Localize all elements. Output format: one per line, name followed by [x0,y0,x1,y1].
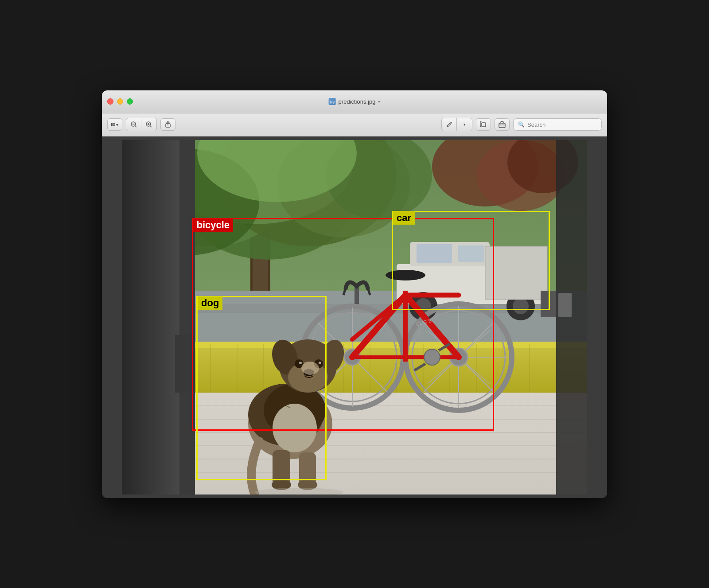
svg-rect-1 [113,123,115,124]
svg-point-95 [386,270,425,280]
svg-rect-13 [482,123,486,127]
titlebar: jpg predictions.jpg ▾ [102,90,607,113]
traffic-lights [107,98,133,105]
svg-rect-14 [499,123,505,128]
close-button[interactable] [107,98,113,105]
svg-rect-68 [485,246,547,300]
zoom-in-button[interactable] [141,118,156,131]
svg-rect-41 [191,342,587,348]
svg-line-10 [150,126,152,127]
briefcase-icon [499,121,506,128]
pencil-icon [446,121,452,128]
scene-image: CMG B [122,140,587,495]
image-wrapper: CMG B [122,140,587,495]
svg-rect-57 [179,140,195,495]
window-title: predictions.jpg [339,98,376,105]
svg-point-67 [513,298,529,314]
tools-button[interactable] [495,118,510,131]
svg-point-114 [319,362,321,364]
sidebar-chevron-icon: ▾ [116,122,118,127]
zoom-out-icon [131,121,137,128]
svg-point-113 [299,362,302,364]
svg-rect-40 [191,344,587,393]
svg-line-6 [135,126,136,127]
toolbar: ▾ [102,113,607,136]
sidebar-icon [111,121,115,128]
svg-rect-69 [541,291,556,317]
svg-point-106 [273,404,317,452]
sidebar-toggle-button[interactable]: ▾ [107,118,122,131]
share-icon [164,121,171,128]
main-window: jpg predictions.jpg ▾ ▾ [102,90,607,498]
svg-rect-0 [111,123,113,126]
svg-rect-70 [558,293,572,317]
search-icon: 🔍 [518,121,525,128]
search-box[interactable]: 🔍 [513,118,602,131]
svg-rect-63 [458,245,484,262]
window-title-area: jpg predictions.jpg ▾ [329,98,381,105]
svg-point-116 [301,362,319,375]
svg-rect-58 [175,335,195,393]
file-icon: jpg [329,98,336,105]
svg-point-99 [424,349,440,365]
svg-rect-62 [417,244,452,263]
annotate-chevron-button[interactable]: ▾ [457,118,472,131]
image-container: CMG B [102,136,607,498]
annotate-button[interactable] [442,118,457,131]
copy-icon [480,121,487,128]
maximize-button[interactable] [127,98,133,105]
annotate-tools: ▾ [441,118,472,131]
zoom-in-icon [146,121,152,128]
svg-rect-2 [113,125,115,125]
annotate-chevron-icon: ▾ [464,122,466,127]
copy-button[interactable] [476,118,491,131]
title-chevron-icon[interactable]: ▾ [378,99,380,104]
svg-rect-3 [113,125,115,126]
share-button[interactable] [160,118,175,131]
search-input[interactable] [527,121,597,128]
minimize-button[interactable] [117,98,123,105]
zoom-out-button[interactable] [126,118,141,131]
zoom-controls [126,118,157,131]
